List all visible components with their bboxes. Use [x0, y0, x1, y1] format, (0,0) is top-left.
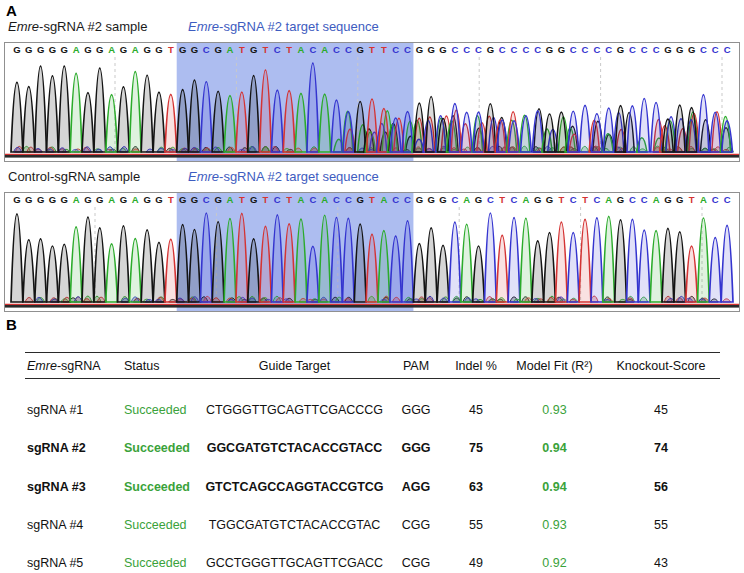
base-call-letter: C [392, 44, 399, 55]
base-call-letter: A [522, 194, 529, 205]
base-call-letter: C [593, 44, 600, 55]
base-call-letter: T [499, 194, 505, 205]
base-call-letter: T [369, 44, 375, 55]
base-call-letter: C [333, 194, 340, 205]
cell-sgrna-name: sgRNA #1 [25, 391, 122, 429]
base-call-letter: C [404, 194, 411, 205]
base-call-letter: C [203, 194, 210, 205]
cell-sgrna-name: sgRNA #3 [25, 468, 122, 506]
base-call-letter: T [689, 194, 695, 205]
base-call-letter: C [511, 44, 518, 55]
cell-sgrna-name: sgRNA #5 [25, 544, 122, 573]
sample-1-label: Emre-sgRNA #2 sample [8, 19, 147, 34]
base-call-letter: C [724, 44, 731, 55]
chromatogram-sample: GGGGGAGGAGAGGTGGCGATGTCTACACCGTTCCGGGCCC… [4, 42, 740, 162]
target-sequence-label-2: Emre-sgRNA #2 target sequence [188, 169, 379, 184]
base-call-letter: G [37, 194, 44, 205]
cell-knockout-score: 45 [602, 391, 720, 429]
base-call-letter: C [653, 44, 660, 55]
base-call-letter: C [712, 194, 719, 205]
cell-status: Succeeded [122, 544, 202, 573]
base-call-letter: C [712, 44, 719, 55]
header-status: Status [122, 353, 202, 379]
sample-2-label-rest: Control-sgRNA sample [8, 169, 140, 184]
base-call-letter: T [239, 194, 245, 205]
base-call-letter: A [653, 194, 660, 205]
base-call-letter: A [132, 194, 139, 205]
base-call-letter: G [439, 44, 446, 55]
cell-status: Succeeded [122, 429, 202, 467]
cell-knockout-score: 55 [602, 506, 720, 544]
base-call-letter: G [427, 44, 434, 55]
base-call-letter: G [250, 194, 257, 205]
target-label-1-italic: Emre [188, 19, 219, 34]
cell-indel: 49 [445, 544, 507, 573]
sample-1-label-italic: Emre [8, 19, 39, 34]
cell-indel: 45 [445, 391, 507, 429]
base-call-letter: C [511, 194, 518, 205]
base-call-letter: G [439, 194, 446, 205]
base-call-letter: G [546, 194, 553, 205]
base-call-letter: G [37, 44, 44, 55]
base-call-letter: G [664, 194, 671, 205]
header-sgrna: Emre-sgRNA [25, 353, 122, 379]
base-call-letter: G [179, 44, 186, 55]
base-call-letter: C [700, 44, 707, 55]
panel-a-label: A [6, 2, 17, 19]
base-call-letter: G [61, 194, 68, 205]
base-call-letter: A [321, 44, 328, 55]
base-call-letter: G [96, 44, 103, 55]
base-call-letter: C [724, 194, 731, 205]
sample-2-label: Control-sgRNA sample [8, 169, 140, 184]
base-call-letter: C [570, 44, 577, 55]
cell-pam: GGG [387, 429, 445, 467]
cell-model-fit: 0.92 [507, 544, 602, 573]
base-call-letter: C [499, 44, 506, 55]
base-call-letter: C [345, 44, 352, 55]
base-call-letter: G [191, 44, 198, 55]
base-call-letter: C [451, 44, 458, 55]
base-call-letter: G [120, 44, 127, 55]
chromatogram-trace: GGGGGAGGAGAGGTGGCGATGTCTACACCGTTCCGGGCCC… [4, 42, 740, 162]
cell-indel: 63 [445, 468, 507, 506]
sgrna-results-table: Emre-sgRNA Status Guide Target PAM Indel… [25, 352, 720, 573]
base-call-letter: A [298, 194, 305, 205]
base-call-letter: C [641, 44, 648, 55]
target-label-2-rest: -sgRNA #2 target sequence [219, 169, 379, 184]
base-call-letter: G [96, 194, 103, 205]
base-call-letter: A [380, 194, 387, 205]
base-call-letter: G [356, 194, 363, 205]
base-call-letter: G [49, 194, 56, 205]
header-sgrna-italic: Emre [27, 359, 57, 373]
cell-knockout-score: 74 [602, 429, 720, 467]
base-call-letter: T [369, 194, 375, 205]
cell-status: Succeeded [122, 506, 202, 544]
cell-pam: CGG [387, 544, 445, 573]
header-knockout-score: Knockout-Score [602, 353, 720, 379]
base-call-letter: T [286, 194, 292, 205]
base-call-letter: G [191, 194, 198, 205]
cell-indel: 75 [445, 429, 507, 467]
base-call-letter: G [25, 194, 32, 205]
base-call-letter: T [286, 44, 292, 55]
base-call-letter: G [25, 44, 32, 55]
base-call-letter: T [263, 44, 269, 55]
chromatogram-control: GGGGGAGGAGAGGTGGCGATGTCTACACCGTACCGGGCAG… [4, 192, 740, 312]
cell-pam: GGG [387, 391, 445, 429]
base-call-letter: C [463, 44, 470, 55]
base-call-letter: G [534, 194, 541, 205]
base-call-letter: G [143, 194, 150, 205]
sample-1-label-rest: -sgRNA #2 sample [39, 19, 147, 34]
base-call-letter: A [108, 44, 115, 55]
base-call-letter: A [108, 194, 115, 205]
base-call-letter: G [84, 194, 91, 205]
cell-sgrna-name: sgRNA #4 [25, 506, 122, 544]
base-call-letter: G [13, 44, 20, 55]
base-call-letter: G [120, 194, 127, 205]
base-call-letter: T [381, 44, 387, 55]
base-call-letter: C [274, 44, 281, 55]
base-call-letter: G [214, 44, 221, 55]
base-call-letter: C [641, 194, 648, 205]
cell-guide-target: GCCTGGGTTGCAGTTCGACC [202, 544, 387, 573]
base-call-letter: A [73, 44, 80, 55]
